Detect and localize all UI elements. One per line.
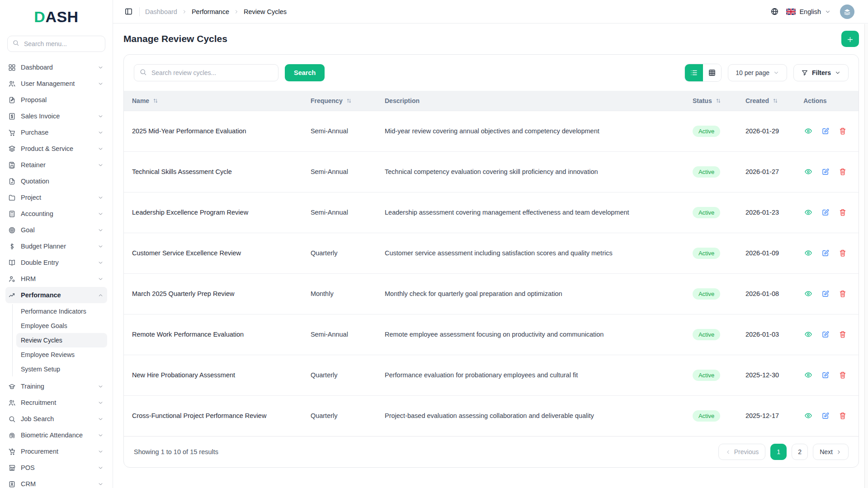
delete-button[interactable] — [838, 289, 848, 299]
filters-dropdown[interactable]: Filters — [793, 64, 849, 81]
sidebar-item-project[interactable]: Project — [5, 189, 107, 206]
add-review-cycle-button[interactable] — [841, 31, 859, 47]
breadcrumb-item-performance[interactable]: Performance — [192, 8, 229, 15]
edit-button[interactable] — [821, 248, 830, 258]
cell-description: Performance evaluation for probationary … — [377, 355, 684, 395]
sidebar-item-recruitment[interactable]: Recruitment — [5, 394, 107, 411]
view-button[interactable] — [803, 207, 813, 217]
view-button[interactable] — [803, 370, 813, 380]
column-header-created[interactable]: Created — [737, 91, 795, 111]
sidebar-item-pos[interactable]: POS — [5, 460, 107, 476]
cell-description: Customer service assessment including sa… — [377, 233, 684, 273]
dashboard-icon — [8, 64, 16, 71]
delete-button[interactable] — [838, 126, 848, 136]
sidebar-subitem-employee-reviews[interactable]: Employee Reviews — [16, 347, 107, 362]
sidebar-item-performance[interactable]: Performance — [5, 287, 107, 303]
cell-actions — [795, 233, 859, 273]
chevron-down-icon — [98, 65, 104, 70]
edit-icon — [821, 412, 830, 420]
edit-button[interactable] — [821, 126, 830, 136]
list-view-button[interactable] — [685, 64, 703, 81]
sidebar-item-dashboard[interactable]: Dashboard — [5, 59, 107, 75]
column-header-status[interactable]: Status — [684, 91, 737, 111]
delete-button[interactable] — [838, 207, 848, 217]
chevron-left-icon — [725, 449, 731, 455]
cell-created: 2026-01-09 — [737, 233, 795, 273]
sidebar-item-accounting[interactable]: Accounting — [5, 206, 107, 222]
delete-button[interactable] — [838, 248, 848, 258]
delete-button[interactable] — [838, 411, 848, 421]
cell-created: 2026-01-08 — [737, 273, 795, 314]
delete-button[interactable] — [838, 370, 848, 380]
page-scrollbar[interactable] — [864, 24, 868, 488]
sidebar-item-procurement[interactable]: Procurement — [5, 443, 107, 460]
sidebar-item-purchase[interactable]: Purchase — [5, 124, 107, 141]
sidebar-item-proposal[interactable]: Proposal — [5, 92, 107, 108]
sidebar-item-hrm[interactable]: HRM — [5, 271, 107, 287]
sidebar-subitem-performance-indicators[interactable]: Performance Indicators — [16, 304, 107, 319]
per-page-dropdown[interactable]: 10 per page — [728, 64, 787, 81]
cell-created: 2026-01-23 — [737, 192, 795, 233]
next-page-button[interactable]: Next — [813, 444, 849, 460]
cell-actions — [795, 273, 859, 314]
sidebar-item-sales-invoice[interactable]: Sales Invoice — [5, 108, 107, 124]
breadcrumb-separator-icon — [182, 9, 187, 14]
sidebar-subitem-system-setup[interactable]: System Setup — [16, 362, 107, 376]
sidebar-item-crm[interactable]: CRM — [5, 476, 107, 488]
sidebar-item-label: Recruitment — [21, 399, 93, 406]
sidebar-item-double-entry[interactable]: Double Entry — [5, 254, 107, 271]
view-button[interactable] — [803, 411, 813, 421]
column-header-frequency[interactable]: Frequency — [302, 91, 377, 111]
cell-frequency: Semi-Annual — [302, 192, 377, 233]
uk-flag-icon — [786, 9, 796, 15]
sidebar-item-label: Purchase — [21, 129, 93, 136]
sidebar-item-user-management[interactable]: User Management — [5, 75, 107, 92]
view-button[interactable] — [803, 329, 813, 339]
sidebar-item-goal[interactable]: Goal — [5, 222, 107, 238]
previous-page-button[interactable]: Previous — [718, 444, 765, 460]
language-selector[interactable]: English — [786, 8, 831, 15]
cell-name: Leadership Excellence Program Review — [124, 192, 302, 233]
cart-icon — [8, 129, 16, 136]
breadcrumb-item-dashboard[interactable]: Dashboard — [145, 8, 177, 15]
cell-name: 2025 Mid-Year Performance Evaluation — [124, 111, 302, 151]
page-button-1[interactable]: 1 — [770, 444, 787, 460]
sidebar-item-budget-planner[interactable]: Budget Planner — [5, 238, 107, 254]
breadcrumb-item-review-cycles[interactable]: Review Cycles — [244, 8, 287, 15]
column-header-name[interactable]: Name — [124, 91, 302, 111]
sidebar-item-training[interactable]: Training — [5, 378, 107, 394]
main-area: DashboardPerformanceReview Cycles Englis… — [113, 0, 868, 488]
id-card-icon — [8, 480, 16, 488]
sidebar-subitem-employee-goals[interactable]: Employee Goals — [16, 319, 107, 333]
person-icon — [8, 275, 16, 283]
sidebar-search-input[interactable] — [7, 36, 105, 52]
sidebar-item-job-search[interactable]: Job Search — [5, 411, 107, 427]
view-button[interactable] — [803, 167, 813, 177]
sidebar-item-retainer[interactable]: Retainer — [5, 157, 107, 173]
delete-button[interactable] — [838, 329, 848, 339]
sidebar-item-label: Retainer — [21, 161, 93, 169]
edit-button[interactable] — [821, 289, 830, 299]
grid-view-button[interactable] — [703, 64, 721, 81]
edit-button[interactable] — [821, 370, 830, 380]
edit-button[interactable] — [821, 207, 830, 217]
page-button-2[interactable]: 2 — [792, 444, 808, 460]
globe-button[interactable] — [769, 6, 780, 17]
user-avatar[interactable] — [840, 5, 854, 19]
sidebar-item-product-service[interactable]: Product & Service — [5, 141, 107, 157]
edit-button[interactable] — [821, 411, 830, 421]
sidebar-subitem-review-cycles[interactable]: Review Cycles — [16, 333, 107, 347]
sidebar-item-biometric-attendance[interactable]: Biometric Attendance — [5, 427, 107, 443]
view-button[interactable] — [803, 289, 813, 299]
search-button[interactable]: Search — [285, 64, 325, 81]
delete-button[interactable] — [838, 167, 848, 177]
procurement-cart-icon — [8, 448, 16, 455]
sidebar-toggle-button[interactable] — [123, 6, 134, 17]
sidebar-item-quotation[interactable]: Quotation — [5, 173, 107, 189]
view-button[interactable] — [803, 126, 813, 136]
edit-button[interactable] — [821, 167, 830, 177]
review-cycles-search-input[interactable] — [134, 64, 278, 81]
edit-button[interactable] — [821, 329, 830, 339]
view-button[interactable] — [803, 248, 813, 258]
pagination: Previous12Next — [718, 444, 849, 460]
